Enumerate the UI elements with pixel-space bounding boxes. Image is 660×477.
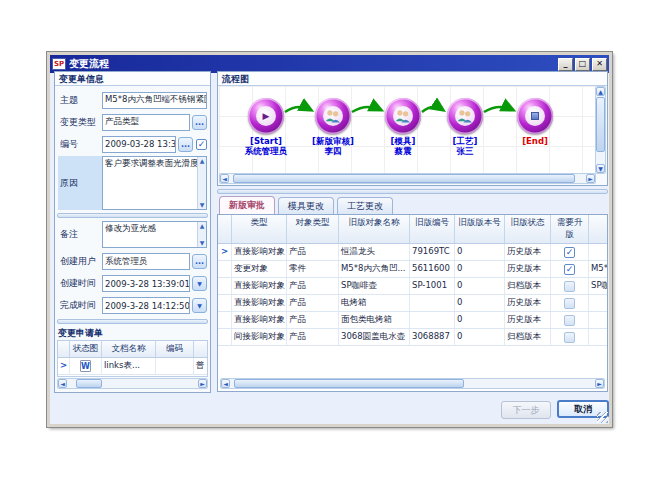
number-checkbox[interactable]: ✓ — [196, 139, 207, 150]
cell: 5611600 — [410, 261, 455, 277]
table-row[interactable]: 变更对象零件M5*8内六角凹...56116000历史版本✓M5*8 — [218, 261, 607, 278]
flow-node-people[interactable] — [315, 98, 351, 134]
left-splitter-1[interactable] — [57, 213, 208, 218]
column-header[interactable]: 类型 — [232, 215, 287, 243]
minimize-button[interactable]: _ — [558, 58, 573, 71]
column-header[interactable]: 新版 — [589, 215, 608, 243]
maximize-button[interactable]: □ — [575, 58, 590, 71]
scroll-right-icon[interactable]: ► — [198, 379, 207, 388]
reason-scrollbar[interactable]: ▲ ▼ — [197, 157, 206, 209]
upgrade-checkbox[interactable] — [564, 332, 575, 343]
cell: 直接影响对象 — [232, 244, 287, 260]
table-row[interactable]: 间接影响对象产品3068圆盖电水壶30688870归档版本 — [218, 329, 607, 346]
number-input[interactable]: 2009-03-28 13:39:01 — [102, 136, 176, 153]
flow-node-people[interactable] — [447, 98, 483, 134]
request-grid-hscrollbar[interactable]: ◄ ► — [57, 378, 208, 389]
approval-grid-hscrollbar[interactable]: ◄ ► — [220, 378, 605, 389]
resize-grip[interactable] — [597, 412, 608, 423]
word-doc-icon: W — [80, 360, 91, 372]
row-indicator — [218, 278, 232, 294]
column-header[interactable] — [218, 215, 232, 243]
list-item[interactable]: >Wlinks表...普 — [58, 358, 207, 375]
cell: M5*8内六角凹... — [339, 261, 410, 277]
column-header[interactable]: 旧版版本号 — [455, 215, 505, 243]
table-row[interactable]: 直接影响对象产品SP咖啡壶SP-10010归档版本SP咖 — [218, 278, 607, 295]
remark-scrollbar[interactable]: ▲ ▼ — [197, 222, 206, 247]
left-splitter-2[interactable] — [57, 319, 208, 324]
new-name-cell: M5*8 — [589, 261, 608, 277]
create-time-dropdown-button[interactable]: ▼ — [192, 276, 207, 291]
subject-input[interactable]: M5*8内六角凹端不锈钢紧固螺钉 — [102, 92, 207, 109]
close-button[interactable]: ✕ — [592, 58, 607, 71]
create-user-browse-button[interactable]: ... — [192, 254, 207, 269]
scroll-left-icon[interactable]: ◄ — [58, 379, 67, 388]
field-change-type: 变更类型 产品类型 ... — [58, 112, 207, 132]
row-indicator: > — [58, 358, 70, 374]
scroll-track[interactable] — [596, 96, 605, 164]
flow-grid-splitter[interactable] — [217, 189, 608, 194]
flow-chart-panel: 流程图 ▶[Start]系统管理员[新版审核]李四[模具]蔡震[工艺]张三[En… — [217, 71, 608, 186]
flow-hscrollbar[interactable]: ◄ ► — [219, 173, 596, 184]
table-row[interactable]: 直接影响对象产品电烤箱0历史版本 — [218, 295, 607, 312]
flow-node-start[interactable]: ▶ — [248, 98, 284, 134]
column-header[interactable] — [194, 341, 208, 357]
scroll-down-icon[interactable]: ▼ — [198, 201, 206, 209]
table-row[interactable]: 直接影响对象产品面包类电烤箱0历史版本 — [218, 312, 607, 329]
tab-1[interactable]: 新版审批 — [219, 196, 275, 214]
cell: 变更对象 — [232, 261, 287, 277]
end-icon — [525, 106, 545, 126]
scroll-right-icon[interactable]: ► — [586, 174, 595, 183]
request-grid-header: 状态图文档名称编码 — [58, 341, 207, 358]
column-header[interactable]: 旧版对象名称 — [339, 215, 410, 243]
scroll-thumb[interactable] — [596, 97, 605, 151]
scroll-track[interactable] — [67, 379, 198, 388]
field-reason: 原因 客户要求调整表面光滑度 ▲ ▼ — [58, 156, 207, 210]
column-header[interactable]: 状态图 — [70, 341, 102, 357]
scroll-track[interactable] — [229, 174, 586, 183]
finish-time-input[interactable]: 2009-3-28 14:12:50 — [102, 297, 190, 314]
reason-textarea[interactable]: 客户要求调整表面光滑度 ▲ ▼ — [102, 156, 207, 210]
number-browse-button[interactable]: ... — [178, 137, 193, 152]
remark-textarea[interactable]: 修改为亚光感 ▲ ▼ — [102, 221, 207, 248]
upgrade-checkbox[interactable]: ✓ — [564, 247, 575, 258]
scroll-left-icon[interactable]: ◄ — [220, 174, 229, 183]
column-header[interactable]: 文档名称 — [102, 341, 156, 357]
change-type-input[interactable]: 产品类型 — [102, 114, 190, 131]
scroll-right-icon[interactable]: ► — [595, 379, 604, 388]
flow-node-end[interactable] — [517, 98, 553, 134]
scroll-down-icon[interactable]: ▼ — [596, 164, 605, 173]
scroll-up-icon[interactable]: ▲ — [596, 87, 605, 96]
scroll-up-icon[interactable]: ▲ — [198, 222, 206, 230]
change-type-browse-button[interactable]: ... — [192, 115, 207, 130]
change-order-info-panel: 变更单信息 主题 M5*8内六角凹端不锈钢紧固螺钉 变更类型 产品类型 ... … — [54, 71, 211, 393]
column-header[interactable]: 需要升版 — [551, 215, 589, 243]
scroll-thumb[interactable] — [76, 379, 102, 388]
table-row[interactable]: >直接影响对象产品恒温龙头79169TC0历史版本✓ — [218, 244, 607, 261]
flow-vscrollbar[interactable]: ▲ ▼ — [595, 86, 606, 174]
scroll-track[interactable] — [230, 379, 595, 388]
column-header[interactable]: 编码 — [156, 341, 194, 357]
scroll-down-icon[interactable]: ▼ — [198, 239, 206, 247]
tab-2[interactable]: 模具更改 — [278, 197, 334, 214]
create-time-input[interactable]: 2009-3-28 13:39:01 — [102, 275, 190, 292]
upgrade-checkbox[interactable] — [564, 315, 575, 326]
column-header[interactable] — [58, 341, 70, 357]
finish-time-dropdown-button[interactable]: ▼ — [192, 298, 207, 313]
column-header[interactable]: 旧版状态 — [505, 215, 551, 243]
field-create-user: 创建用户 系统管理员 ... — [58, 252, 207, 271]
column-header[interactable]: 对象类型 — [287, 215, 339, 243]
upgrade-checkbox[interactable] — [564, 281, 575, 292]
scroll-left-icon[interactable]: ◄ — [221, 379, 230, 388]
flow-canvas[interactable]: ▶[Start]系统管理员[新版审核]李四[模具]蔡震[工艺]张三[End] — [219, 86, 596, 174]
scroll-thumb[interactable] — [234, 379, 464, 388]
scroll-up-icon[interactable]: ▲ — [198, 157, 206, 165]
upgrade-checkbox[interactable]: ✓ — [564, 264, 575, 275]
subject-label: 主题 — [58, 94, 102, 107]
upgrade-checkbox[interactable] — [564, 298, 575, 309]
column-header[interactable]: 旧版编号 — [410, 215, 455, 243]
scroll-thumb[interactable] — [233, 174, 576, 183]
flow-node-people[interactable] — [385, 98, 421, 134]
create-user-input[interactable]: 系统管理员 — [102, 253, 190, 270]
next-button[interactable]: 下一步 — [501, 401, 551, 419]
tab-3[interactable]: 工艺更改 — [337, 197, 393, 214]
